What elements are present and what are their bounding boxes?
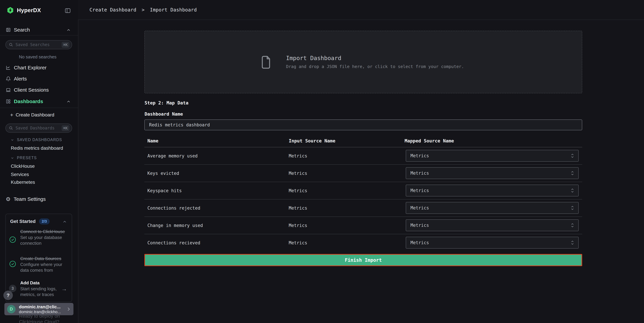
mapped-source-select[interactable]: Metrics [406, 237, 579, 249]
saved-searches-searchbox[interactable]: ⌘K [6, 40, 72, 49]
table-row: Connections rejected Metrics Metrics [144, 199, 582, 217]
saved-searches-shortcut: ⌘K [62, 42, 70, 48]
help-button[interactable]: ? [4, 291, 13, 300]
sidebar-item-services[interactable]: Services [11, 172, 29, 177]
input-source-name: Metrics [289, 182, 307, 199]
table-row: Keyspace hits Metrics Metrics [144, 182, 582, 199]
chevron-down-icon [10, 156, 14, 160]
get-started-item-connect[interactable]: Connect to ClickHouse Set up your databa… [20, 229, 71, 246]
breadcrumb: Create Dashboard > Import Dashboard [90, 7, 197, 13]
bell-icon [6, 76, 11, 81]
app-logo[interactable]: HyperDX [7, 7, 41, 14]
table-header-row: Name Input Source Name Mapped Source Nam… [144, 136, 582, 147]
select-chevrons-icon [571, 153, 574, 158]
select-chevrons-icon [571, 171, 574, 176]
selected-value: Metrics [410, 205, 429, 210]
get-started-item-data-sources[interactable]: Create Data Sources Configure where your… [20, 256, 71, 273]
sidebar-item-redis-metrics-dashboard[interactable]: Redis metrics dashboard [11, 145, 63, 151]
input-source-name: Metrics [289, 234, 307, 251]
table-row: Connections recieved Metrics Metrics [144, 234, 582, 251]
column-header-name: Name [148, 138, 158, 143]
sidebar-item-team-settings[interactable]: ⚙ Team Settings [6, 195, 46, 203]
sidebar-collapse-icon[interactable] [64, 7, 71, 14]
mapped-source-select[interactable]: Metrics [406, 167, 579, 179]
item-desc: Start sending logs, metrics, or traces [20, 286, 62, 297]
arrow-right-icon[interactable]: → [61, 286, 67, 292]
app-title: HyperDX [17, 7, 41, 13]
dashboards-icon [6, 99, 11, 104]
select-chevrons-icon [571, 188, 574, 193]
selected-value: Metrics [410, 188, 429, 193]
item-desc: Set up your database connection [20, 235, 71, 246]
dashboards-section-label: Dashboards [14, 99, 43, 104]
sidebar-item-clickhouse[interactable]: ClickHouse [11, 164, 35, 169]
dropzone-subtitle: Drag and drop a JSON file here, or click… [286, 64, 464, 69]
sidebar-item-label: Client Sessions [14, 87, 49, 93]
saved-dashboards-shortcut: ⌘K [62, 125, 70, 131]
input-source-name: Metrics [289, 147, 307, 164]
search-section-icon [6, 27, 11, 32]
gear-icon: ⚙ [6, 196, 11, 202]
saved-searches-input[interactable] [15, 42, 62, 47]
dashboard-name-label: Dashboard Name [144, 111, 183, 117]
plus-icon: + [10, 112, 13, 118]
sidebar-section-search[interactable]: Search [6, 26, 30, 33]
column-header-mapped-source: Mapped Source Name [404, 138, 454, 143]
input-source-name: Metrics [289, 165, 307, 182]
get-started-progress-badge: 2/3 [39, 218, 50, 224]
table-row: Change in memory used Metrics Metrics [144, 217, 582, 234]
create-dashboard-button[interactable]: + Create Dashboard [10, 111, 54, 119]
get-started-panel: Get Started 2/3 Connect to ClickHouse Se… [6, 214, 72, 302]
item-title: Create Data Sources [20, 256, 71, 262]
user-email: dominic.tran@clickho... [19, 310, 61, 314]
group-label: SAVED DASHBOARDS [17, 138, 62, 142]
finish-import-button[interactable]: Finish Import [144, 254, 582, 266]
saved-dashboards-group-header[interactable]: SAVED DASHBOARDS [10, 138, 62, 142]
breadcrumb-separator: > [142, 7, 144, 13]
dropzone-title: Import Dashboard [286, 55, 342, 61]
sidebar-item-kubernetes[interactable]: Kubernetes [11, 180, 35, 185]
chart-name: Keyspace hits [148, 182, 182, 199]
mapped-source-select[interactable]: Metrics [406, 219, 579, 231]
saved-dashboards-searchbox[interactable]: ⌘K [6, 124, 72, 133]
check-circle-icon [9, 261, 16, 267]
sidebar-item-alerts[interactable]: Alerts [6, 75, 27, 82]
chevron-right-icon [66, 307, 71, 312]
presets-group-header[interactable]: PRESETS [10, 156, 37, 160]
user-name: dominic.tran@clic... [19, 304, 61, 310]
get-started-item-add-data[interactable]: Add Data Start sending logs, metrics, or… [20, 280, 62, 297]
sidebar-section-dashboards[interactable]: Dashboards [6, 98, 43, 105]
get-started-header[interactable]: Get Started 2/3 [10, 218, 50, 224]
selected-value: Metrics [410, 171, 429, 176]
select-chevrons-icon [571, 240, 574, 245]
input-source-name: Metrics [289, 217, 307, 234]
avatar: D [7, 305, 16, 313]
get-started-title: Get Started [10, 219, 36, 224]
no-saved-searches-text: No saved searches [19, 54, 56, 59]
dashboards-section-chevron-up-icon[interactable] [66, 99, 71, 104]
file-icon [260, 55, 272, 69]
chart-name: Connections rejected [148, 199, 200, 217]
table-row: Keys evicted Metrics Metrics [144, 165, 582, 182]
mapped-source-select[interactable]: Metrics [406, 202, 579, 214]
select-chevrons-icon [571, 205, 574, 210]
topbar: Create Dashboard > Import Dashboard [78, 0, 644, 20]
chart-name: Connections recieved [148, 234, 200, 251]
sidebar-item-chart-explorer[interactable]: Chart Explorer [6, 64, 46, 71]
step-label: Step 2: Map Data [144, 100, 188, 105]
breadcrumb-create-dashboard[interactable]: Create Dashboard [90, 7, 136, 13]
dashboard-name-input[interactable] [144, 119, 582, 130]
saved-dashboards-input[interactable] [15, 126, 62, 131]
mapped-source-select[interactable]: Metrics [406, 150, 579, 162]
mapped-source-select[interactable]: Metrics [406, 185, 579, 196]
import-dropzone[interactable]: Import Dashboard Drag and drop a JSON fi… [144, 31, 582, 93]
get-started-chevron-up-icon[interactable] [62, 219, 67, 224]
item-title: Add Data [20, 280, 62, 286]
user-menu[interactable]: D dominic.tran@clic... dominic.tran@clic… [4, 303, 74, 315]
chart-name: Change in memory used [148, 217, 203, 234]
search-section-chevron-up-icon[interactable] [66, 28, 71, 33]
search-section-label: Search [14, 27, 30, 33]
check-circle-icon [9, 236, 16, 243]
sidebar-item-client-sessions[interactable]: Client Sessions [6, 86, 49, 94]
create-dashboard-label: Create Dashboard [16, 112, 54, 118]
